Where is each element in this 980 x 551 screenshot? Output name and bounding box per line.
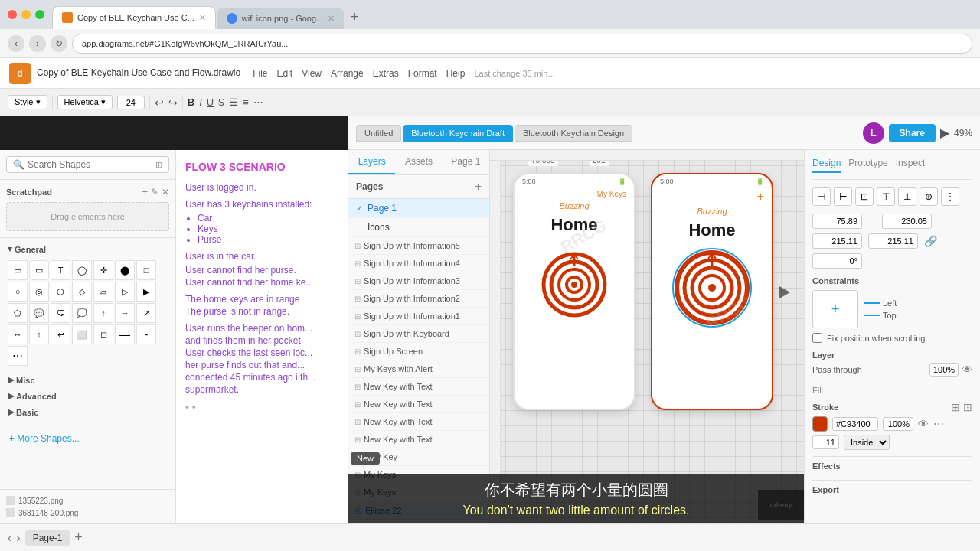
more-format-btn[interactable]: ≡ bbox=[243, 96, 249, 108]
stroke-color-swatch[interactable] bbox=[812, 416, 828, 432]
w-input[interactable] bbox=[812, 233, 862, 249]
page-item-icons[interactable]: ✓ Icons bbox=[348, 218, 489, 237]
panel-tab-page1[interactable]: Page 1 bbox=[443, 150, 489, 174]
shape-diamond[interactable]: ◇ bbox=[72, 282, 92, 302]
align-center-icon[interactable]: ⊢ bbox=[834, 187, 852, 206]
layer-new-key-text4[interactable]: ⊞ New Key with Text bbox=[348, 431, 489, 448]
layer-new-key-text3[interactable]: ⊞ New Key with Text bbox=[348, 413, 489, 431]
close-button[interactable] bbox=[8, 10, 17, 19]
tab1-close[interactable]: ✕ bbox=[199, 13, 206, 23]
style-dropdown[interactable]: Style ▾ bbox=[8, 95, 47, 109]
add-page-btn[interactable]: + bbox=[475, 180, 482, 194]
section-general[interactable]: ▾ General bbox=[6, 241, 169, 257]
shape-line2[interactable]: - bbox=[136, 324, 156, 344]
stroke-width-input[interactable] bbox=[812, 435, 839, 449]
h-input[interactable] bbox=[868, 233, 918, 249]
tab-draft[interactable]: Bluetooth Keychain Draft bbox=[403, 125, 513, 142]
tab-design[interactable]: Bluetooth Keychain Design bbox=[514, 125, 632, 142]
shape-dots[interactable]: ⋯ bbox=[8, 346, 28, 366]
search-submit[interactable]: ⊞ bbox=[155, 160, 162, 170]
layer-sign-up-3[interactable]: ⊞ Sign Up with Information3 bbox=[348, 272, 489, 290]
section-basic[interactable]: ▶ Basic bbox=[6, 404, 169, 420]
page-nav-next[interactable]: › bbox=[16, 531, 20, 545]
shape-hex[interactable]: ⬡ bbox=[51, 282, 70, 302]
shape-triangle[interactable]: ▷ bbox=[115, 282, 135, 302]
x-input[interactable] bbox=[812, 214, 862, 229]
layer-sign-up-1[interactable]: ⊞ Sign Up with Information1 bbox=[348, 308, 489, 325]
menu-extras[interactable]: Extras bbox=[373, 68, 399, 79]
layer-sign-up-kb[interactable]: ⊞ Sign Up with Keyboard bbox=[348, 325, 489, 343]
right-tab-inspect[interactable]: Inspect bbox=[896, 158, 926, 173]
shape-pentagon[interactable]: ⬠ bbox=[8, 303, 28, 323]
phone-mockup-left[interactable]: 5:00🔋 My Keys Buzzing Home bbox=[513, 173, 635, 410]
menu-arrange[interactable]: Arrange bbox=[331, 68, 364, 79]
shape-diagonal-arrow[interactable]: ↗ bbox=[136, 303, 156, 323]
forward-button[interactable]: › bbox=[29, 35, 46, 52]
layer-my-keys-alert[interactable]: ⊞ My Keys with Alert bbox=[348, 360, 489, 378]
align-left-icon[interactable]: ⊣ bbox=[812, 187, 831, 206]
shape-rect2[interactable]: □ bbox=[136, 260, 156, 280]
underline-btn[interactable]: U bbox=[207, 96, 214, 108]
page-item-page1[interactable]: ✓ Page 1 bbox=[348, 199, 489, 218]
font-size[interactable]: 24 bbox=[117, 96, 145, 109]
align-right-icon[interactable]: ⊡ bbox=[855, 187, 874, 206]
minimize-button[interactable] bbox=[21, 10, 31, 19]
page-nav-prev[interactable]: ‹ bbox=[8, 531, 11, 545]
section-advanced[interactable]: ▶ Advanced bbox=[6, 388, 169, 404]
stroke-more-btn[interactable]: ⊡ bbox=[963, 401, 972, 413]
stroke-more2-btn[interactable]: ⋯ bbox=[933, 418, 944, 430]
align-top-icon[interactable]: ⊤ bbox=[877, 187, 895, 206]
distribute-icon[interactable]: ⋮ bbox=[941, 187, 959, 206]
stroke-type-select[interactable]: Inside bbox=[844, 435, 890, 450]
tab2-close[interactable]: ✕ bbox=[328, 14, 335, 24]
shape-callout[interactable]: 💬 bbox=[29, 303, 49, 323]
panel-tab-layers[interactable]: Layers bbox=[348, 150, 395, 174]
phone-mockup-right[interactable]: 5:00🔋 + Buzzing Home bbox=[651, 173, 773, 410]
maximize-button[interactable] bbox=[35, 10, 44, 19]
scratchpad-edit[interactable]: ✎ bbox=[151, 186, 158, 197]
menu-help[interactable]: Help bbox=[446, 68, 466, 79]
menu-view[interactable]: View bbox=[302, 68, 322, 79]
font-dropdown[interactable]: Helvetica ▾ bbox=[57, 95, 113, 109]
shape-circle[interactable]: ⬤ bbox=[115, 260, 135, 280]
stroke-opacity-input[interactable] bbox=[883, 417, 913, 431]
panel-tab-assets[interactable]: Assets bbox=[395, 150, 442, 174]
tab-untitled[interactable]: Untitled bbox=[356, 125, 401, 142]
shape-ellipse[interactable]: ◯ bbox=[72, 260, 92, 280]
layer-new-key-text2[interactable]: ⊞ New Key with Text bbox=[348, 396, 489, 413]
layer-sign-up-2[interactable]: ⊞ Sign Up with Information2 bbox=[348, 290, 489, 308]
stroke-visible-btn[interactable]: 👁 bbox=[918, 418, 929, 430]
shape-box2[interactable]: ◻ bbox=[93, 324, 113, 344]
right-tab-prototype[interactable]: Prototype bbox=[848, 158, 887, 173]
shape-oval[interactable]: ○ bbox=[8, 282, 28, 302]
page-tab-active[interactable]: Page-1 bbox=[25, 530, 70, 546]
shape-uarrow[interactable]: ↑ bbox=[93, 303, 113, 323]
shape-curve-arrow[interactable]: ↩ bbox=[51, 324, 70, 344]
more-shapes-btn[interactable]: + More Shapes... bbox=[6, 426, 169, 449]
shape-circle2[interactable]: ◎ bbox=[29, 282, 49, 302]
shape-rarrow[interactable]: → bbox=[115, 303, 135, 323]
lock-ratio-btn[interactable]: 🔗 bbox=[924, 235, 937, 247]
redo-btn[interactable]: ↪ bbox=[168, 96, 178, 109]
shape-ud-arrow[interactable]: ↕ bbox=[29, 324, 49, 344]
section-misc[interactable]: ▶ Misc bbox=[6, 372, 169, 388]
browser-tab-drawio[interactable]: Copy of BLE Keychain Use C... ✕ bbox=[52, 6, 216, 29]
opacity-visible-btn[interactable]: 👁 bbox=[962, 364, 972, 376]
overflow-btn[interactable]: ⋯ bbox=[253, 96, 263, 108]
shape-text[interactable]: T bbox=[51, 260, 70, 280]
shape-balloon[interactable]: 💭 bbox=[72, 303, 92, 323]
right-tab-design[interactable]: Design bbox=[812, 158, 841, 173]
shape-line1[interactable]: — bbox=[115, 324, 135, 344]
shape-rect[interactable]: ▭ bbox=[8, 260, 28, 280]
align-left-btn[interactable]: ☰ bbox=[229, 96, 238, 108]
shape-roundrect[interactable]: ▭ bbox=[29, 260, 49, 280]
shape-callout2[interactable]: 🗨 bbox=[51, 303, 70, 323]
search-input[interactable] bbox=[28, 159, 152, 170]
add-page-btn-bottom[interactable]: + bbox=[74, 530, 83, 546]
align-bottom-icon[interactable]: ⊕ bbox=[920, 187, 938, 206]
scratchpad-close[interactable]: ✕ bbox=[162, 186, 169, 197]
shape-cross[interactable]: ✛ bbox=[93, 260, 113, 280]
menu-file[interactable]: File bbox=[253, 68, 267, 79]
undo-btn[interactable]: ↩ bbox=[155, 96, 164, 109]
address-bar[interactable] bbox=[72, 34, 972, 54]
